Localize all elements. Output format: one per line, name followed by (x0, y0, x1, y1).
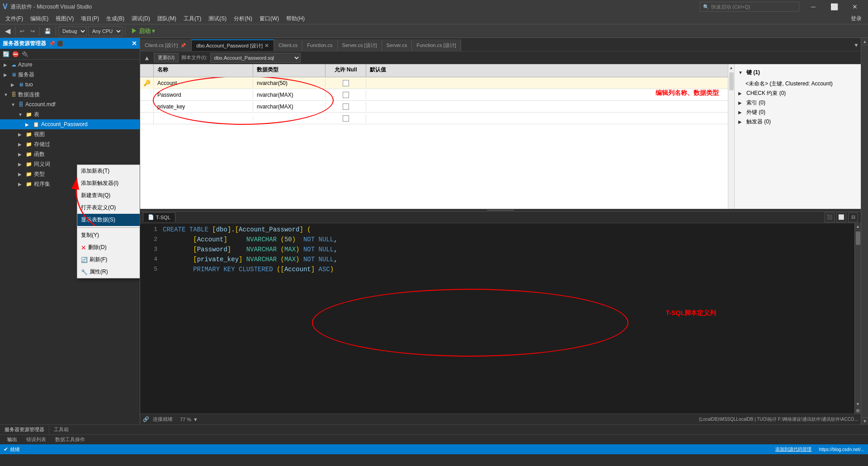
toolbar-separator-1 (15, 27, 15, 36)
cell-password-null[interactable] (326, 90, 366, 99)
tree-item-functions[interactable]: ▶ 📁 函数 (0, 149, 140, 159)
empty-null-checkbox[interactable] (343, 115, 349, 122)
connect-icon[interactable]: 🔌 (21, 50, 29, 58)
tab-overflow-button[interactable]: ▼ (852, 39, 861, 51)
side-scroll-down[interactable]: ▼ (861, 417, 868, 424)
sidebar-float-button[interactable]: ⬛ (57, 41, 63, 47)
menu-test[interactable]: 测试(S) (205, 14, 230, 24)
dataconn-label: 数据连接 (18, 91, 40, 99)
table-row-password[interactable]: Password nvarchar(MAX) (140, 89, 728, 101)
tab-client-design[interactable]: Client.cs [设计] 📌 (140, 39, 192, 51)
sql-layout-btn-2[interactable]: ⬜ (836, 212, 846, 222)
output-tab[interactable]: 输出 (3, 435, 22, 444)
ctx-add-table[interactable]: 添加新表(T) (77, 165, 140, 177)
cell-password-default (366, 94, 434, 96)
private-key-null-checkbox[interactable] (343, 104, 349, 110)
tab-server-cs[interactable]: Server.cs (382, 39, 412, 51)
cell-private-key-null[interactable] (326, 102, 366, 111)
scroll-up-arrow[interactable]: ▲ (728, 64, 735, 71)
search-box[interactable]: 🔍 快速启动 (Ctrl+Q) (700, 2, 799, 12)
tree-item-accountmdf[interactable]: ▼ 🗄 Account.mdf (0, 99, 140, 109)
table-row-empty[interactable] (140, 113, 728, 124)
menu-edit[interactable]: 编辑(E) (27, 14, 52, 24)
update-button[interactable]: 更新(U) (154, 53, 179, 62)
ctx-open-definition[interactable]: 打开表定义(O) (77, 202, 140, 214)
menu-tools[interactable]: 工具(T) (180, 14, 205, 24)
refresh-icon[interactable]: 🔄 (2, 50, 10, 58)
table-row-account[interactable]: 🔑 Account nvarchar(50) (140, 77, 728, 89)
sidebar-close-button[interactable]: ✕ (132, 40, 137, 47)
redo-button[interactable]: ↪ (28, 27, 37, 35)
debug-dropdown[interactable]: Debug (58, 26, 87, 36)
menu-debug[interactable]: 调试(D) (128, 14, 154, 24)
sql-scroll-up-arrow[interactable]: ▲ (855, 223, 861, 230)
undo-button[interactable]: ↩ (18, 27, 27, 35)
menu-analyze[interactable]: 分析(N) (230, 14, 256, 24)
account-pw-label: Account_Password (41, 121, 88, 127)
tree-item-views[interactable]: ▶ 📁 视图 (0, 129, 140, 139)
tab-account-password[interactable]: dbo.Account_Password [设计] ✕ (192, 39, 274, 51)
menu-help[interactable]: 帮助(H) (283, 14, 308, 24)
zoom-dropdown-icon[interactable]: ▼ (193, 417, 198, 422)
menu-file[interactable]: 文件(F) (2, 14, 27, 24)
save-button[interactable]: 💾 (42, 27, 53, 35)
bottom-tab-server-explorer[interactable]: 服务器资源管理器 (0, 425, 49, 434)
close-button[interactable]: ✕ (844, 0, 865, 14)
tab-function-design[interactable]: Function.cs [设计] (412, 39, 461, 51)
tree-item-stored-proc[interactable]: ▶ 📁 存储过 (0, 139, 140, 149)
menu-view[interactable]: 视图(V) (52, 14, 77, 24)
sql-layout-btn-3[interactable]: ⊟ (848, 212, 858, 222)
sidebar-pin-button[interactable]: 📌 (49, 41, 55, 47)
tree-item-azure[interactable]: ▶ ☁ Azure (0, 60, 140, 70)
tree-item-account-password[interactable]: ▶ 📋 Account_Password (0, 119, 140, 129)
menu-window[interactable]: 窗口(W) (256, 14, 283, 24)
status-right-text[interactable]: 添加到源代码管理 (775, 446, 811, 452)
sql-code-area[interactable]: 1 CREATE TABLE [dbo].[Account_Password] … (140, 223, 854, 414)
ctx-show-data[interactable]: 显示表数据(S) (77, 214, 140, 226)
tab-function-cs[interactable]: Function.cs (302, 39, 337, 51)
stop-icon[interactable]: ⛔ (11, 50, 19, 58)
tuo-icon: 🖥 (19, 82, 24, 87)
menu-build[interactable]: 生成(B) (103, 14, 128, 24)
script-file-dropdown[interactable]: dbo.Account_Password.sql (210, 53, 301, 63)
ctx-new-query[interactable]: 新建查询(Q) (77, 189, 140, 202)
header-pk-col (140, 64, 154, 77)
tab-server-design[interactable]: Server.cs [设计] (338, 39, 382, 51)
ctx-copy[interactable]: 复制(Y) Ctrl+C (77, 229, 140, 241)
tab-server-design-label: Server.cs [设计] (342, 42, 377, 49)
sql-expand-icon[interactable]: ⊕ (855, 407, 861, 414)
sql-scroll-down-arrow[interactable]: ▼ (855, 401, 861, 407)
password-null-checkbox[interactable] (343, 92, 349, 98)
start-button[interactable]: ▶ 启动 ▾ (127, 26, 159, 36)
bottom-tab-toolbox[interactable]: 工具箱 (49, 425, 73, 434)
sql-layout-btn-1[interactable]: ⬛ (825, 212, 835, 222)
minimize-button[interactable]: ─ (803, 0, 824, 14)
search-input-container[interactable]: 🔍 快速启动 (Ctrl+Q) (700, 2, 799, 12)
cpu-dropdown[interactable]: Any CPU (88, 26, 123, 36)
sql-tsql-tab[interactable]: 📄 T-SQL (143, 212, 175, 222)
cell-account-null[interactable] (326, 79, 366, 88)
maximize-button[interactable]: ⬜ (824, 0, 844, 14)
cell-empty-null[interactable] (326, 114, 366, 123)
ctx-delete[interactable]: ✕ 删除(D) Del (77, 241, 140, 254)
tree-item-table[interactable]: ▼ 📁 表 (0, 109, 140, 119)
login-button[interactable]: 登录 (846, 14, 866, 24)
nav-back-button[interactable]: ◀ (3, 26, 13, 36)
sql-zoom-area: 77 % ▼ (180, 417, 198, 422)
menu-team[interactable]: 团队(M) (154, 14, 180, 24)
tree-item-dataconn[interactable]: ▼ 🗄 数据连接 (0, 89, 140, 99)
ctx-refresh[interactable]: 🔄 刷新(F) (77, 254, 140, 266)
menu-project[interactable]: 项目(P) (77, 14, 103, 24)
tree-item-tuo[interactable]: ▶ 🖥 tuo (0, 80, 140, 89)
account-null-checkbox[interactable] (343, 80, 349, 86)
ctx-add-trigger[interactable]: 添加新触发器(I) (77, 177, 140, 189)
side-scroll-up[interactable]: ▲ (861, 38, 868, 45)
table-row-private-key[interactable]: private_key nvarchar(MAX) (140, 101, 728, 113)
tab-account-password-close-icon[interactable]: ✕ (264, 42, 269, 49)
tab-client-cs[interactable]: Client.cs (274, 39, 302, 51)
tree-item-servers[interactable]: ▶ 🖥 服务器 (0, 70, 140, 80)
error-list-tab[interactable]: 错误列表 (22, 435, 51, 444)
ctx-properties[interactable]: 🔧 属性(R) Alt+Enter (77, 266, 140, 278)
props-check-label: CHECK 约束 (0) (746, 89, 786, 97)
data-tools-tab[interactable]: 数据工具操作 (51, 435, 90, 444)
